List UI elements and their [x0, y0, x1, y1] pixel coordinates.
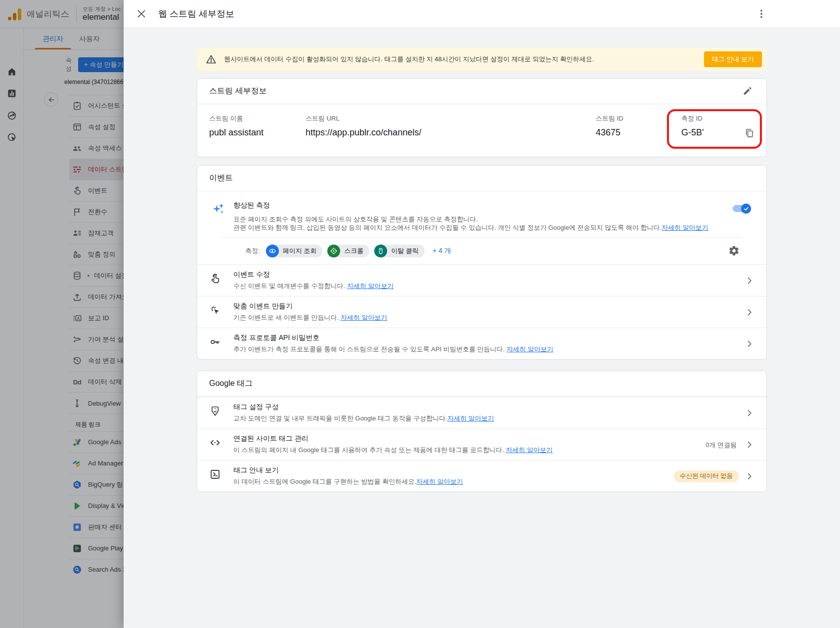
enhanced-measurement-section: 향상된 측정 표준 페이지 조회수 측정 외에도 사이트의 상호작용 및 콘텐츠… [197, 191, 766, 264]
edit-icon[interactable] [743, 86, 752, 96]
more-options-icon[interactable] [755, 8, 767, 20]
panel-header: 웹 스트림 세부정보 [124, 0, 840, 28]
enhanced-measurement-toggle[interactable] [733, 205, 750, 212]
chevron-right-icon [745, 471, 754, 481]
no-data-received-badge: 수신된 데이터 없음 [674, 470, 739, 482]
chip-page-view: 페이지 조회 [266, 245, 323, 257]
mouse-icon [377, 247, 385, 255]
enhanced-measurement-description: 표준 페이지 조회수 측정 외에도 사이트의 상호작용 및 콘텐츠를 자동으로 … [233, 215, 754, 232]
key-icon [209, 336, 221, 348]
gear-icon[interactable] [728, 245, 740, 256]
measuring-label: 측정: [245, 247, 260, 255]
learn-more-link[interactable]: 자세히 알아보기 [662, 224, 708, 231]
copy-icon[interactable] [744, 128, 754, 138]
measurement-protocol-api-row[interactable]: 측정 프로토콜 API 비밀번호 추가 이벤트가 측정 프로토콜을 통해 이 스… [197, 328, 766, 359]
stream-details-title: 스트림 세부정보 [197, 79, 766, 104]
stream-url-field: 스트림 URL https://app.publr.co/channels/ [306, 114, 596, 138]
events-card-title: 이벤트 [197, 166, 766, 191]
stream-name-field: 스트림 이름 publ assistant [209, 114, 306, 138]
sparkle-icon [212, 202, 225, 215]
manage-connected-site-tags-row[interactable]: 연결된 사이트 태그 관리 이 스트림의 페이지 내 Google 태그를 사용… [197, 428, 766, 460]
connected-count-badge: 0개 연결됨 [706, 441, 737, 450]
eye-icon [268, 247, 276, 255]
learn-more-link[interactable]: 자세히 알아보기 [347, 282, 394, 290]
enhanced-measurement-title: 향상된 측정 [233, 201, 754, 210]
configure-tag-settings-row[interactable]: 태그 설정 구성 교차 도메인 연결 및 내부 트래픽을 비롯한 Google … [197, 397, 766, 428]
web-stream-details-panel: 웹 스트림 세부정보 웹사이트에서 데이터 수집이 활성화되어 있지 않습니다.… [124, 0, 840, 628]
google-tag-card-title: Google 태그 [197, 371, 766, 397]
warning-text: 웹사이트에서 데이터 수집이 활성화되어 있지 않습니다. 태그를 설치한 지 … [224, 55, 704, 64]
chevron-right-icon [745, 339, 754, 349]
chevron-right-icon [745, 276, 754, 286]
measured-events-row: 측정: 페이지 조회 스크롤 이탈 클릭 + 4 개 [221, 238, 743, 264]
chip-scroll: 스크롤 [327, 245, 369, 257]
close-icon[interactable] [135, 8, 147, 20]
more-chips-link[interactable]: + 4 개 [433, 247, 451, 255]
touch-icon [209, 273, 221, 285]
learn-more-link[interactable]: 자세히 알아보기 [341, 314, 388, 321]
panel-title: 웹 스트림 세부정보 [158, 8, 234, 20]
cursor-click-icon [209, 304, 221, 316]
chevron-right-icon [745, 408, 754, 418]
scroll-icon [330, 247, 338, 255]
view-tag-instructions-row[interactable]: 태그 안내 보기 이 데이터 스트림에 Google 태그를 구현하는 방법을 … [197, 460, 766, 492]
data-collection-warning-banner: 웹사이트에서 데이터 수집이 활성화되어 있지 않습니다. 태그를 설치한 지 … [197, 47, 767, 71]
create-custom-events-row[interactable]: 맞춤 이벤트 만들기 기존 이벤트로 새 이벤트를 만듭니다. 자세히 알아보기 [197, 296, 766, 328]
measurement-id-field: 측정 ID G-5B' [681, 114, 754, 138]
tag-instructions-icon [209, 468, 221, 480]
learn-more-link[interactable]: 자세히 알아보기 [506, 446, 553, 454]
learn-more-link[interactable]: 자세히 알아보기 [447, 415, 494, 422]
chevron-right-icon [745, 440, 754, 450]
chevron-right-icon [745, 307, 754, 317]
chip-outbound-click: 이탈 클릭 [374, 245, 425, 257]
learn-more-link[interactable]: 자세히 알아보기 [416, 478, 463, 485]
modal-scrim[interactable] [0, 0, 124, 628]
events-card: 이벤트 향상된 측정 표준 페이지 조회수 측정 외에도 사이트의 상호작용 및… [197, 165, 767, 360]
google-tag-card: Google 태그 태그 설정 구성 교차 도메인 연결 및 내부 트래픽을 비… [197, 371, 767, 492]
tag-settings-icon [209, 405, 221, 417]
stream-id-field: 스트림 ID 43675 [596, 114, 681, 138]
learn-more-link[interactable]: 자세히 알아보기 [507, 345, 554, 353]
code-icon [209, 437, 221, 449]
view-tag-instructions-button[interactable]: 태그 안내 보기 [704, 51, 762, 67]
stream-fields: 스트림 이름 publ assistant 스트림 URL https://ap… [197, 104, 766, 138]
stream-details-card: 스트림 세부정보 스트림 이름 publ assistant 스트림 URL h… [197, 78, 767, 157]
modify-events-row[interactable]: 이벤트 수정 수신 이벤트 및 매개변수를 수정합니다. 자세히 알아보기 [197, 264, 766, 296]
check-icon [743, 206, 750, 212]
warning-icon [206, 54, 217, 65]
panel-content: 웹사이트에서 데이터 수집이 활성화되어 있지 않습니다. 태그를 설치한 지 … [124, 28, 840, 628]
